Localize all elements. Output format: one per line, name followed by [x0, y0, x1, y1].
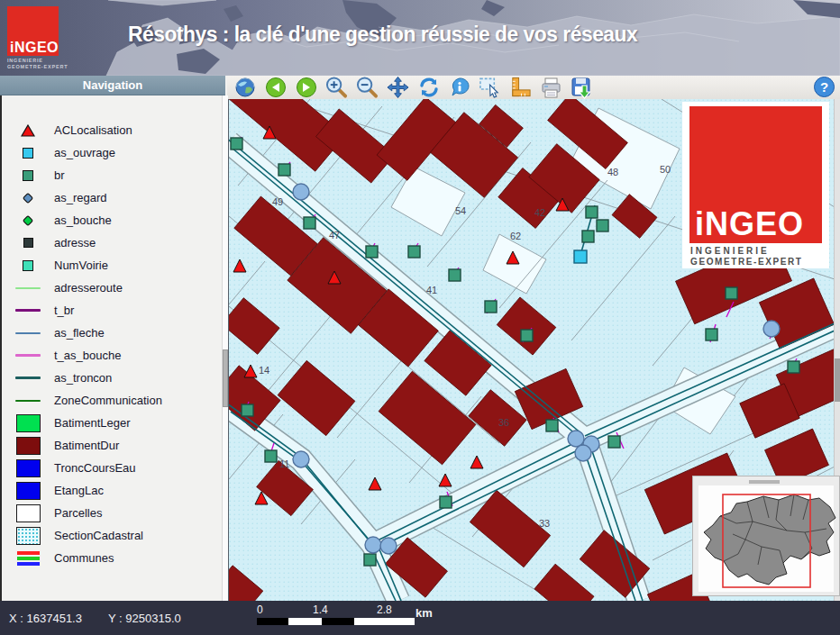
zoom-in-icon[interactable] — [325, 77, 348, 99]
legend-item-as-troncon[interactable]: as_troncon — [2, 367, 222, 389]
ingeo-logo-subtitle: INGENIERIE GEOMETRE-EXPERT — [7, 58, 70, 69]
scale-unit: km — [415, 606, 433, 620]
svg-text:11: 11 — [279, 458, 289, 469]
line-swatch — [2, 376, 54, 379]
page-title: Résothys : la clé d'une gestion réussie … — [128, 22, 637, 47]
diamond-marker-icon — [2, 214, 54, 227]
legend-item-sectioncadastral[interactable]: SectionCadastral — [2, 524, 222, 547]
zoom-out-icon[interactable] — [356, 77, 379, 99]
forward-icon[interactable] — [295, 77, 317, 99]
select-icon[interactable] — [479, 77, 501, 99]
line-swatch — [2, 309, 54, 313]
legend-item-batimentleger[interactable]: BatimentLeger — [2, 412, 222, 434]
legend-item-t-br[interactable]: t_br — [2, 299, 222, 322]
rect-swatch — [2, 527, 54, 545]
diamond-marker-icon — [2, 192, 54, 204]
ingeo-card-line2: GEOMETRE-EXPERT — [690, 257, 803, 267]
svg-text:62: 62 — [510, 231, 521, 241]
rect-swatch — [2, 437, 54, 455]
line-swatch — [2, 354, 54, 357]
svg-text:42: 42 — [534, 207, 545, 218]
svg-text:50: 50 — [660, 164, 671, 175]
coordinate-x: X : 1637451.3 — [9, 612, 82, 625]
square-marker-icon — [2, 170, 54, 181]
svg-text:54: 54 — [455, 205, 466, 216]
legend-item-br[interactable]: br — [2, 164, 222, 186]
back-icon[interactable] — [264, 77, 287, 99]
legend-item-adresseroute[interactable]: adresseroute — [2, 277, 222, 299]
legend-item-aclocalisation[interactable]: ACLocalisation — [2, 119, 222, 141]
measure-icon[interactable] — [509, 77, 532, 99]
print-icon[interactable] — [540, 77, 562, 99]
app-header: iNGEO INGENIERIE GEOMETRE-EXPERT Résothy… — [0, 0, 840, 76]
ouvrage-marker — [574, 250, 587, 263]
square-marker-icon — [2, 148, 54, 159]
triangle-marker-icon — [2, 124, 54, 137]
rect-swatch — [2, 504, 54, 522]
status-bar: X : 1637451.3 Y : 9250315.0 0 1.4 2.8 km — [0, 601, 840, 635]
line-swatch — [2, 332, 54, 334]
rect-swatch — [2, 482, 54, 500]
navigation-title: Navigation — [83, 78, 142, 92]
refresh-icon[interactable] — [417, 77, 440, 99]
legend-panel: ACLocalisation as_ouvrage br as_regard a… — [0, 95, 222, 601]
svg-text:49: 49 — [272, 196, 283, 207]
scale-tick-1: 1.4 — [313, 603, 328, 616]
legend-item-batimentdur[interactable]: BatimentDur — [2, 434, 222, 457]
ingeo-logo: iNGEO — [7, 6, 59, 56]
legend-item-as-regard[interactable]: as_regard — [2, 186, 222, 209]
scale-bar: 0 1.4 2.8 km — [257, 603, 437, 625]
ingeo-logo-word: iNGEO — [10, 41, 59, 54]
legend-item-as-bouche[interactable]: as_bouche — [2, 209, 222, 231]
navigation-panel-header: Navigation — [0, 76, 225, 95]
scale-tick-0: 0 — [257, 603, 263, 616]
legend-item-parcelles[interactable]: Parcelles — [2, 502, 222, 524]
scale-strip — [257, 618, 415, 625]
svg-text:33: 33 — [539, 518, 550, 529]
legend-item-numvoirie[interactable]: NumVoirie — [2, 254, 222, 277]
ingeo-card-word: iNGEO — [695, 209, 804, 240]
svg-text:36: 36 — [498, 417, 509, 428]
legend-item-zonecommunication[interactable]: ZoneCommunication — [2, 389, 222, 412]
legend-item-communes[interactable]: Communes — [2, 547, 222, 569]
overview-map[interactable] — [692, 476, 840, 596]
square-marker-icon — [2, 260, 54, 271]
ingeo-card-logo: iNGEO — [689, 106, 822, 243]
tricolor-swatch — [2, 551, 54, 566]
save-icon[interactable] — [571, 77, 593, 99]
coordinate-y: Y : 9250315.0 — [108, 612, 181, 625]
legend-item-etanglac[interactable]: EtangLac — [2, 479, 222, 502]
line-swatch — [2, 400, 54, 402]
svg-text:47: 47 — [329, 230, 340, 240]
square-marker-icon — [2, 238, 54, 248]
globe-icon[interactable] — [233, 77, 256, 99]
ingeo-card-line1: INGENIERIE — [690, 246, 770, 256]
line-swatch — [2, 287, 54, 289]
ingeo-card: iNGEO INGENIERIE GEOMETRE-EXPERT — [682, 102, 829, 268]
svg-text:14: 14 — [259, 365, 269, 376]
legend-scrollbar[interactable] — [222, 95, 228, 601]
rect-swatch — [2, 414, 54, 432]
rect-swatch — [2, 459, 54, 477]
scale-tick-2: 2.8 — [377, 603, 392, 616]
svg-text:48: 48 — [607, 167, 618, 177]
map-toolbar: ? — [227, 76, 840, 99]
legend-item-as-ouvrage[interactable]: as_ouvrage — [2, 141, 222, 164]
legend-item-as-fleche[interactable]: as_fleche — [2, 322, 222, 344]
legend-item-t-as-bouche[interactable]: t_as_bouche — [2, 344, 222, 367]
svg-text:41: 41 — [426, 285, 437, 295]
info-icon[interactable] — [448, 77, 470, 99]
legend-item-adresse[interactable]: adresse — [2, 231, 222, 254]
map-scrollbar-thumb[interactable] — [835, 358, 840, 402]
overview-drag-handle[interactable] — [749, 480, 780, 484]
pan-icon[interactable] — [387, 77, 409, 99]
help-icon[interactable]: ? — [813, 76, 835, 98]
legend-item-tronccourseau[interactable]: TroncCoursEau — [2, 457, 222, 479]
svg-text:?: ? — [820, 79, 828, 95]
resothys-app: iNGEO INGENIERIE GEOMETRE-EXPERT Résothy… — [0, 0, 840, 635]
